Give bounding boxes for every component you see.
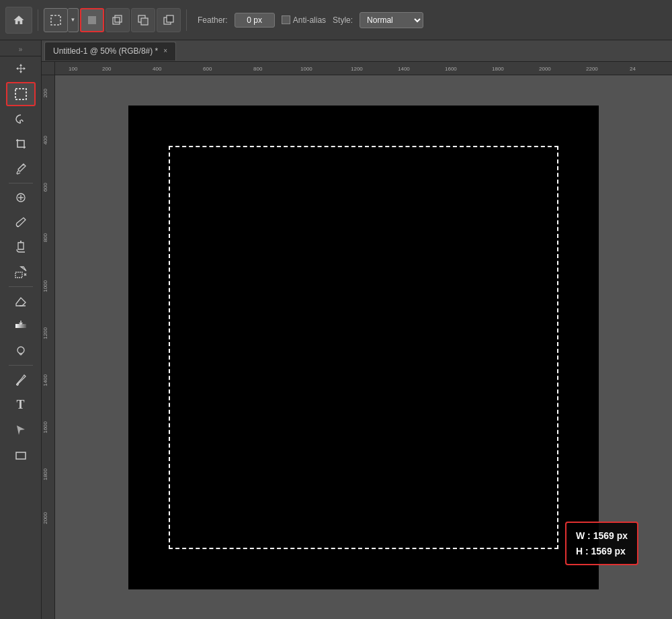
- svg-rect-0: [51, 15, 60, 25]
- ruler-h-2200: 2200: [586, 66, 598, 72]
- healing-brush-icon: [14, 191, 28, 204]
- canvas-viewport[interactable]: W : 1569 px H : 1569 px: [55, 75, 672, 619]
- type-tool-label: T: [16, 398, 24, 412]
- expand-arrows-icon: »: [19, 46, 23, 53]
- svg-rect-2: [115, 15, 122, 22]
- anti-alias-checkbox[interactable]: [282, 15, 290, 24]
- svg-rect-7: [167, 15, 173, 22]
- ruler-v-1200: 1200: [42, 327, 48, 339]
- svg-rect-8: [15, 89, 26, 99]
- content-area: Untitled-1 @ 50% (RGB/8#) * × 100 200 40…: [42, 40, 672, 619]
- marquee-subtract-btn[interactable]: [157, 8, 181, 32]
- dropdown-arrow-icon: ▼: [71, 17, 76, 23]
- ruler-h-600: 600: [203, 66, 212, 72]
- clone-stamp-btn[interactable]: [6, 235, 36, 259]
- photoshop-canvas[interactable]: [128, 106, 599, 589]
- healing-brush-btn[interactable]: [6, 185, 36, 210]
- feather-input[interactable]: [235, 13, 275, 28]
- ruler-h-1400: 1400: [398, 66, 410, 72]
- marquee-add-icon: [138, 15, 149, 26]
- rectangular-marquee-btn[interactable]: [44, 8, 68, 32]
- path-select-btn[interactable]: [6, 417, 36, 442]
- pen-tool-btn[interactable]: [6, 368, 36, 392]
- brush-tool-btn[interactable]: [6, 210, 36, 235]
- dodge-tool-icon: [14, 344, 28, 358]
- home-button[interactable]: [5, 7, 32, 34]
- lasso-tool-btn[interactable]: [6, 107, 36, 131]
- ruler-vertical: 200 400 600 800 1000 1200 1400 1600 1800…: [42, 75, 55, 619]
- move-tool-icon: [14, 63, 28, 76]
- anti-alias-label: Anti-alias: [293, 15, 326, 25]
- svg-point-20: [17, 347, 24, 354]
- ruler-v-2000: 2000: [42, 512, 48, 524]
- eyedropper-tool-icon: [14, 162, 28, 175]
- main-area: »: [0, 40, 672, 619]
- anti-alias-group: Anti-alias: [282, 15, 326, 25]
- path-select-icon: [14, 423, 28, 436]
- document-tab[interactable]: Untitled-1 @ 50% (RGB/8#) * ×: [44, 42, 176, 60]
- ruler-h-800: 800: [253, 66, 262, 72]
- rectangular-marquee-tool-btn[interactable]: [6, 82, 36, 106]
- eyedropper-tool-btn[interactable]: [6, 157, 36, 181]
- svg-rect-22: [16, 452, 26, 459]
- tab-close-btn[interactable]: ×: [163, 48, 167, 54]
- marquee-add-btn[interactable]: [131, 8, 155, 32]
- ruler-h-2000: 2000: [539, 66, 551, 72]
- home-icon: [13, 14, 25, 26]
- gradient-tool-btn[interactable]: [6, 314, 36, 338]
- shape-tool-btn[interactable]: [6, 442, 36, 466]
- marquee-stop-btn[interactable]: [80, 8, 104, 32]
- left-tool-sep-3: [9, 365, 33, 366]
- selection-marquee: [169, 146, 558, 549]
- ruler-v-1400: 1400: [42, 374, 48, 386]
- top-toolbar: ▼: [0, 0, 672, 40]
- style-label: Style:: [333, 15, 353, 25]
- left-toolbar-expand[interactable]: »: [0, 43, 41, 56]
- ruler-h-100: 100: [69, 66, 77, 72]
- tab-bar: Untitled-1 @ 50% (RGB/8#) * ×: [42, 40, 672, 62]
- left-toolbar: »: [0, 40, 42, 619]
- svg-rect-1: [88, 16, 96, 24]
- shape-tool-icon: [14, 448, 28, 461]
- ruler-v-200: 200: [42, 89, 48, 97]
- polygon-select-icon: [14, 265, 28, 279]
- polygon-select-btn[interactable]: [6, 260, 36, 284]
- ruler-h-1000: 1000: [300, 66, 312, 72]
- type-tool-btn[interactable]: T: [6, 393, 36, 417]
- ruler-h-ticks: 100 200 400 600 800 1000 1200 1400 1600 …: [55, 62, 672, 75]
- crop-tool-btn[interactable]: [6, 132, 36, 156]
- ruler-v-1000: 1000: [42, 280, 48, 292]
- ruler-v-800: 800: [42, 233, 48, 242]
- style-select[interactable]: Normal Fixed Ratio Fixed Size: [360, 12, 423, 28]
- ruler-corner: [42, 62, 55, 75]
- marquee-dropdown-btn[interactable]: ▼: [68, 8, 79, 32]
- canvas-area[interactable]: 100 200 400 600 800 1000 1200 1400 1600 …: [42, 62, 672, 619]
- ruler-v-ticks: 200 400 600 800 1000 1200 1400 1600 1800…: [42, 75, 54, 619]
- ruler-v-1800: 1800: [42, 468, 48, 481]
- ruler-h-1200: 1200: [351, 66, 363, 72]
- ruler-h-1800: 1800: [492, 66, 504, 72]
- marquee-subtract-icon: [163, 15, 174, 26]
- rectangular-marquee-tool-icon: [14, 87, 28, 101]
- feather-label: Feather:: [198, 15, 228, 25]
- svg-rect-15: [15, 272, 22, 278]
- svg-rect-3: [113, 17, 120, 24]
- marquee-copy-btn[interactable]: [106, 8, 130, 32]
- dodge-tool-btn[interactable]: [6, 339, 36, 363]
- clone-stamp-icon: [14, 241, 28, 254]
- ruler-h-2400: 24: [630, 66, 636, 72]
- ruler-v-400: 400: [42, 136, 48, 145]
- left-tool-sep-1: [9, 183, 33, 183]
- eraser-tool-icon: [14, 294, 28, 308]
- left-tool-sep-2: [9, 286, 33, 287]
- eraser-tool-btn[interactable]: [6, 289, 36, 313]
- pen-tool-icon: [14, 373, 28, 386]
- brush-tool-icon: [14, 216, 28, 229]
- ruler-h-200: 200: [102, 66, 111, 72]
- ruler-v-1600: 1600: [42, 421, 48, 434]
- move-tool-btn[interactable]: [6, 57, 36, 81]
- gradient-tool-icon: [14, 319, 28, 333]
- toolbar-separator-1: [38, 9, 38, 31]
- lasso-tool-icon: [14, 112, 28, 126]
- tool-options-area: Feather: Anti-alias Style: Normal Fixed …: [198, 12, 667, 28]
